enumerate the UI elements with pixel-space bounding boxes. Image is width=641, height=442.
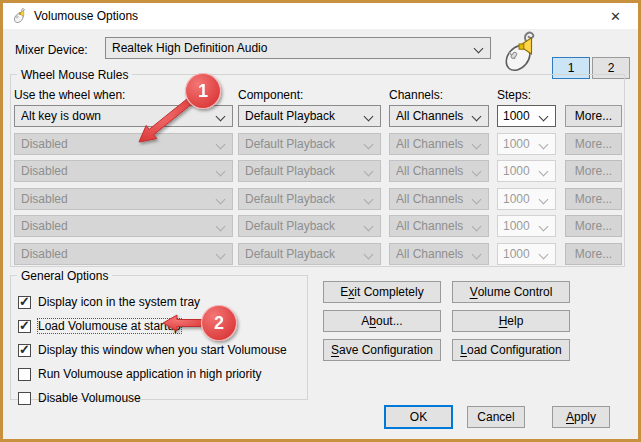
checkmark-icon: ✓ bbox=[19, 318, 30, 333]
chevron-down-icon bbox=[364, 222, 374, 232]
checkbox-label: Load Volumouse at startup bbox=[38, 319, 181, 333]
component-select-value: Default Playback bbox=[245, 109, 360, 123]
wheel-trigger-select-value: Disabled bbox=[21, 164, 212, 178]
component-select: Default Playback bbox=[238, 215, 381, 237]
save-configuration-button[interactable]: Save Configuration bbox=[323, 339, 441, 361]
component-select-value: Default Playback bbox=[245, 192, 360, 206]
steps-combobox: 1000 bbox=[497, 188, 556, 210]
wheel-trigger-select: Disabled bbox=[14, 243, 233, 265]
chevron-down-icon bbox=[472, 167, 482, 177]
steps-combobox-value: 1000 bbox=[503, 192, 535, 206]
component-select-value: Default Playback bbox=[245, 137, 360, 151]
component-select: Default Playback bbox=[238, 160, 381, 182]
wheel-rules-group-label: Wheel Mouse Rules bbox=[17, 68, 132, 82]
mixer-device-select[interactable]: Realtek High Definition Audio bbox=[105, 37, 491, 59]
chevron-down-icon bbox=[364, 195, 374, 205]
more-button[interactable]: More... bbox=[565, 105, 622, 127]
chevron-down-icon bbox=[364, 140, 374, 150]
checkbox-box[interactable]: ✓ bbox=[18, 344, 31, 357]
channels-select: All Channels bbox=[389, 188, 489, 210]
component-select-value: Default Playback bbox=[245, 247, 360, 261]
wheel-trigger-select-value: Disabled bbox=[21, 137, 212, 151]
channels-select-value: All Channels bbox=[396, 164, 468, 178]
checkbox-item-run-volumouse-application-in-high-priority[interactable]: Run Volumouse application in high priori… bbox=[18, 366, 261, 382]
chevron-down-icon bbox=[472, 222, 482, 232]
component-select[interactable]: Default Playback bbox=[238, 105, 381, 127]
mouse-speaker-app-icon bbox=[11, 8, 28, 25]
checkbox-label: Display icon in the system tray bbox=[38, 295, 200, 309]
wheel-trigger-select-value: Disabled bbox=[21, 247, 212, 261]
chevron-down-icon bbox=[474, 44, 484, 54]
steps-combobox-value: 1000 bbox=[503, 137, 535, 151]
wheel-trigger-select-value: Alt key is down bbox=[21, 109, 212, 123]
apply-button[interactable]: Apply bbox=[552, 406, 610, 428]
checkbox-item-load-volumouse-at-startup[interactable]: ✓Load Volumouse at startup bbox=[18, 318, 181, 334]
chevron-down-icon bbox=[216, 167, 226, 177]
about-button[interactable]: About... bbox=[323, 310, 441, 332]
load-configuration-button[interactable]: Load Configuration bbox=[452, 339, 570, 361]
more-button: More... bbox=[565, 133, 622, 155]
more-button: More... bbox=[565, 215, 622, 237]
volume-control-button[interactable]: Volume Control bbox=[452, 281, 570, 303]
steps-combobox-value: 1000 bbox=[503, 219, 535, 233]
checkbox-item-display-icon-in-the-system-tray[interactable]: ✓Display icon in the system tray bbox=[18, 294, 200, 310]
checkbox-item-disable-volumouse[interactable]: Disable Volumouse bbox=[18, 390, 141, 406]
wheel-trigger-select: Disabled bbox=[14, 188, 233, 210]
component-select-value: Default Playback bbox=[245, 219, 360, 233]
wheel-trigger-select-value: Disabled bbox=[21, 192, 212, 206]
wheel-trigger-select[interactable]: Alt key is down bbox=[14, 105, 233, 127]
wheel-trigger-select-value: Disabled bbox=[21, 219, 212, 233]
channels-select-value: All Channels bbox=[396, 247, 468, 261]
chevron-down-icon bbox=[539, 140, 549, 150]
more-button: More... bbox=[565, 188, 622, 210]
chevron-down-icon bbox=[216, 195, 226, 205]
exit-completely-button[interactable]: Exit Completely bbox=[323, 281, 441, 303]
checkmark-icon: ✓ bbox=[19, 294, 30, 309]
chevron-down-icon bbox=[216, 250, 226, 260]
chevron-down-icon bbox=[364, 167, 374, 177]
chevron-down-icon bbox=[472, 112, 482, 122]
ok-button[interactable]: OK bbox=[384, 405, 453, 429]
chevron-down-icon bbox=[216, 112, 226, 122]
chevron-down-icon bbox=[364, 112, 374, 122]
component-select: Default Playback bbox=[238, 243, 381, 265]
more-button: More... bbox=[565, 160, 622, 182]
steps-combobox[interactable]: 1000 bbox=[497, 105, 556, 127]
volumouse-options-window: Volumouse Options ✕ Mixer Device: Realte… bbox=[0, 0, 641, 442]
chevron-down-icon bbox=[539, 112, 549, 122]
channels-select-value: All Channels bbox=[396, 137, 468, 151]
chevron-down-icon bbox=[364, 250, 374, 260]
help-button[interactable]: Help bbox=[452, 310, 570, 332]
wheel-trigger-select: Disabled bbox=[14, 215, 233, 237]
channels-select-value: All Channels bbox=[396, 219, 468, 233]
checkbox-box[interactable] bbox=[18, 368, 31, 381]
channels-select[interactable]: All Channels bbox=[389, 105, 489, 127]
steps-combobox-value: 1000 bbox=[503, 109, 535, 123]
cancel-button[interactable]: Cancel bbox=[467, 406, 525, 428]
chevron-down-icon bbox=[539, 250, 549, 260]
steps-combobox: 1000 bbox=[497, 215, 556, 237]
checkmark-icon: ✓ bbox=[19, 342, 30, 357]
close-icon: ✕ bbox=[610, 9, 621, 24]
steps-combobox: 1000 bbox=[497, 160, 556, 182]
channels-select-value: All Channels bbox=[396, 192, 468, 206]
chevron-down-icon bbox=[472, 140, 482, 150]
header-steps: Steps: bbox=[497, 88, 531, 102]
checkbox-label: Disable Volumouse bbox=[38, 391, 141, 405]
mixer-device-label: Mixer Device: bbox=[15, 43, 88, 57]
channels-select: All Channels bbox=[389, 215, 489, 237]
checkbox-box[interactable] bbox=[18, 392, 31, 405]
header-use-wheel: Use the wheel when: bbox=[14, 88, 125, 102]
checkbox-item-display-this-window-when-you-start-volumouse[interactable]: ✓Display this window when you start Volu… bbox=[18, 342, 287, 358]
checkbox-box[interactable]: ✓ bbox=[18, 296, 31, 309]
channels-select: All Channels bbox=[389, 243, 489, 265]
close-button[interactable]: ✕ bbox=[593, 3, 638, 29]
wheel-trigger-select: Disabled bbox=[14, 160, 233, 182]
checkbox-label: Run Volumouse application in high priori… bbox=[38, 367, 261, 381]
checkbox-box[interactable]: ✓ bbox=[18, 320, 31, 333]
header-component: Component: bbox=[238, 88, 303, 102]
chevron-down-icon bbox=[539, 222, 549, 232]
chevron-down-icon bbox=[472, 250, 482, 260]
chevron-down-icon bbox=[216, 222, 226, 232]
steps-combobox: 1000 bbox=[497, 243, 556, 265]
